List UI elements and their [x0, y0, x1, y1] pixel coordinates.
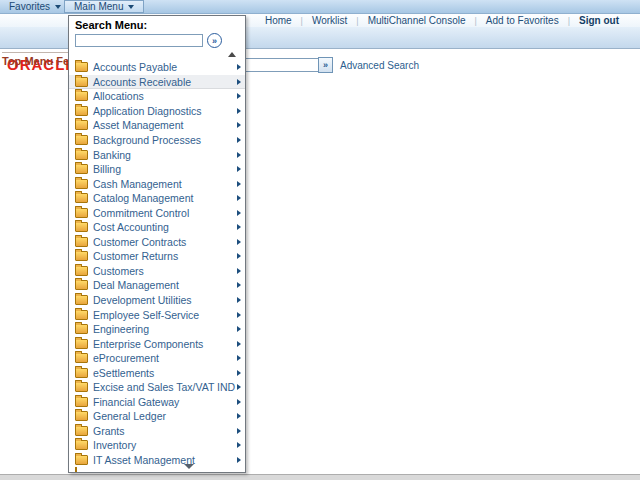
menu-item[interactable]: Customers	[69, 264, 245, 279]
menu-item-label: eProcurement	[93, 352, 159, 364]
menu-item-label: Customers	[93, 265, 144, 277]
folder-icon	[75, 280, 88, 290]
submenu-arrow-icon	[237, 108, 241, 114]
chevron-down-icon	[55, 5, 61, 9]
submenu-arrow-icon	[237, 370, 241, 376]
menu-item-label: Customer Returns	[93, 250, 178, 262]
menu-item[interactable]: Customer Contracts	[69, 235, 245, 250]
submenu-arrow-icon	[237, 268, 241, 274]
menu-item[interactable]: Background Processes	[69, 133, 245, 148]
nav-link-multichannel-console[interactable]: MultiChannel Console	[368, 15, 466, 26]
advanced-search-link[interactable]: Advanced Search	[340, 60, 419, 71]
submenu-arrow-icon	[237, 413, 241, 419]
menu-item[interactable]: Enterprise Components	[69, 336, 245, 351]
scroll-down-icon[interactable]	[184, 464, 194, 469]
submenu-arrow-icon	[237, 282, 241, 288]
menu-item-label: Development Utilities	[93, 294, 192, 306]
menu-item-label: eSettlements	[93, 367, 154, 379]
menu-item[interactable]: Deal Management	[69, 278, 245, 293]
folder-icon	[75, 150, 88, 160]
menu-item[interactable]: Cost Accounting	[69, 220, 245, 235]
menu-item-label: Cost Accounting	[93, 221, 169, 233]
separator: |	[568, 16, 570, 26]
submenu-arrow-icon	[237, 195, 241, 201]
folder-icon	[75, 164, 88, 174]
scroll-up-icon[interactable]	[228, 52, 236, 57]
submenu-arrow-icon	[237, 442, 241, 448]
folder-icon	[75, 310, 88, 320]
menu-search-input[interactable]	[75, 34, 203, 47]
menu-item[interactable]: Accounts Receivable	[69, 75, 245, 90]
submenu-arrow-icon	[237, 152, 241, 158]
menu-item-label: IT Asset Management	[93, 454, 195, 466]
menu-item-label: Background Processes	[93, 134, 201, 146]
folder-icon	[75, 440, 88, 450]
menu-item[interactable]: Accounts Payable	[69, 60, 245, 75]
menu-item-label: Billing	[93, 163, 121, 175]
menu-item[interactable]: Allocations	[69, 89, 245, 104]
menu-item[interactable]: General Ledger	[69, 409, 245, 424]
folder-icon	[75, 179, 88, 189]
menu-item[interactable]: Application Diagnostics	[69, 104, 245, 119]
menu-item[interactable]: Cash Management	[69, 176, 245, 191]
submenu-arrow-icon	[237, 457, 241, 463]
menu-item-label: Engineering	[93, 323, 149, 335]
menu-item[interactable]: Excise and Sales Tax/VAT IND	[69, 380, 245, 395]
main-menu-tab[interactable]: Main Menu	[64, 0, 144, 13]
menu-list: Accounts PayableAccounts ReceivableAlloc…	[69, 60, 245, 467]
favorites-menu-tab[interactable]: Favorites	[0, 0, 70, 13]
menu-item[interactable]: Employee Self-Service	[69, 307, 245, 322]
menu-item[interactable]: Financial Gateway	[69, 395, 245, 410]
menu-item[interactable]: Engineering	[69, 322, 245, 337]
menu-item[interactable]: eSettlements	[69, 365, 245, 380]
menu-item[interactable]: Asset Management	[69, 118, 245, 133]
menu-item[interactable]: Banking	[69, 147, 245, 162]
menu-item[interactable]: eProcurement	[69, 351, 245, 366]
nav-link-add-to-favorites[interactable]: Add to Favorites	[486, 15, 559, 26]
menu-item[interactable]: Grants	[69, 424, 245, 439]
submenu-arrow-icon	[237, 399, 241, 405]
top-menu-bar: Favorites Main Menu	[0, 0, 640, 14]
nav-link-home[interactable]: Home	[265, 15, 292, 26]
header-search-go-button[interactable]: »	[318, 57, 333, 73]
folder-icon	[75, 397, 88, 407]
menu-item[interactable]: Catalog Management	[69, 191, 245, 206]
submenu-arrow-icon	[237, 297, 241, 303]
folder-icon	[75, 324, 88, 334]
menu-item-label: Excise and Sales Tax/VAT IND	[93, 381, 235, 393]
favorites-menu-label: Favorites	[9, 1, 50, 12]
submenu-arrow-icon	[237, 312, 241, 318]
menu-item-label: Financial Gateway	[93, 396, 179, 408]
menu-item-label: Deal Management	[93, 279, 179, 291]
menu-item[interactable]: Customer Returns	[69, 249, 245, 264]
menu-item[interactable]: Commitment Control	[69, 205, 245, 220]
menu-item-label: Commitment Control	[93, 207, 189, 219]
folder-icon	[75, 353, 88, 363]
menu-search-go-icon[interactable]: »	[207, 33, 222, 48]
search-menu-label: Search Menu:	[75, 19, 245, 31]
folder-icon	[75, 295, 88, 305]
nav-link-worklist[interactable]: Worklist	[312, 15, 347, 26]
menu-item-partial[interactable]	[69, 467, 245, 472]
folder-icon	[75, 91, 88, 101]
menu-item-label: Customer Contracts	[93, 236, 186, 248]
folder-icon	[75, 222, 88, 232]
bottom-status-strip	[0, 474, 640, 480]
submenu-arrow-icon	[237, 341, 241, 347]
menu-item-label: Cash Management	[93, 178, 182, 190]
folder-icon	[75, 135, 88, 145]
nav-link-sign-out[interactable]: Sign out	[579, 15, 619, 26]
folder-icon	[75, 193, 88, 203]
menu-item[interactable]: Inventory	[69, 438, 245, 453]
folder-icon	[75, 467, 77, 472]
menu-item[interactable]: Billing	[69, 162, 245, 177]
separator: |	[301, 16, 303, 26]
submenu-arrow-icon	[237, 166, 241, 172]
menu-item[interactable]: Development Utilities	[69, 293, 245, 308]
submenu-arrow-icon	[237, 122, 241, 128]
folder-icon	[75, 77, 88, 87]
menu-item[interactable]: IT Asset Management	[69, 453, 245, 468]
menu-item-label: Catalog Management	[93, 192, 193, 204]
folder-icon	[75, 339, 88, 349]
menu-item-label: Inventory	[93, 439, 136, 451]
